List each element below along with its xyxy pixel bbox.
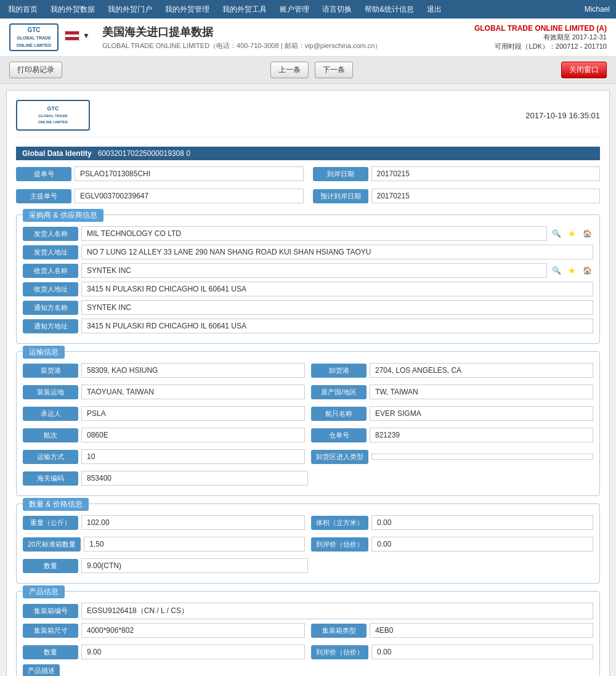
transport-method-row: 运输方式 10 <box>23 449 305 464</box>
weight-label: 重量（公斤） <box>23 516 78 530</box>
nav-trade-data[interactable]: 我的外贸数据 <box>49 1 97 18</box>
container-type-value: 4EB0 <box>370 623 593 638</box>
close-button-top[interactable]: 关闭窗口 <box>561 62 607 78</box>
product-title: 产品信息 <box>23 585 65 598</box>
search-icon-consignee[interactable]: 🔍 <box>550 264 562 277</box>
nav-trade-portal[interactable]: 我的外贸门户 <box>106 1 154 18</box>
voyage-label: 航次 <box>23 428 78 442</box>
load-port-label: 装货港 <box>23 364 78 378</box>
flag-dropdown-arrow[interactable]: ▼ <box>83 31 90 40</box>
customs-code-value: 853400 <box>81 471 308 486</box>
doc-logo: GTCGLOBAL TRADEONLINE LIMITED <box>16 100 90 131</box>
product-arrival-price-label: 到岸价（估价） <box>311 645 368 659</box>
est-arrival-row: 预计到岸日期 20170215 <box>313 189 601 203</box>
shipper-name-label: 发货人名称 <box>23 227 78 241</box>
product-tag: 产品信息 <box>23 585 65 598</box>
nav-language[interactable]: 语言切换 <box>320 1 354 18</box>
arrival-price-value: 0.00 <box>371 537 593 552</box>
main-content: GTCGLOBAL TRADEONLINE LIMITED 2017-10-19… <box>6 90 610 676</box>
arrival-price-label: 到岸价（估价） <box>311 537 368 552</box>
nav-trade-tools[interactable]: 我的外贸工具 <box>221 1 269 18</box>
nav-help[interactable]: 帮助&统计信息 <box>363 1 416 18</box>
bill-no-value: PSLAO17013085CHI <box>75 166 304 181</box>
buyer-supplier-tag: 采购商 & 供应商信息 <box>23 209 103 222</box>
notify-addr-row: 通知方地址 3415 N PULASKI RD CHICAGHO IL 6064… <box>23 319 593 333</box>
order-no-value: 821239 <box>370 428 593 442</box>
page-title: 美国海关进口提单数据 <box>102 25 462 39</box>
nav-home[interactable]: 我的首页 <box>6 1 39 18</box>
us-flag <box>65 31 79 41</box>
vessel-value: EVER SIGMA <box>370 406 593 421</box>
time-info: 可用时段（LDK）：200712 - 201710 <box>474 42 607 51</box>
std20-row: 20尺标准箱数量 1.50 <box>23 537 305 552</box>
flag-selector[interactable]: ▼ <box>65 31 90 41</box>
unload-port-row: 卸货港 2704, LOS ANGELES, CA <box>311 363 593 378</box>
product-arrival-price-row: 到岸价（估价） 0.00 <box>311 645 593 659</box>
container-size-row: 集装箱尺寸 4000*906*802 <box>23 623 305 638</box>
top-nav-items: 我的首页 我的外贸数据 我的外贸门户 我的外贸管理 我的外贸工具 账户管理 语言… <box>6 1 444 18</box>
est-arrival-value: 20170215 <box>371 189 601 203</box>
container-no-label: 集装箱编号 <box>23 604 78 618</box>
consignee-addr-row: 收货人地址 3415 N PULASKI RD CHICAGHO IL 6064… <box>23 282 593 296</box>
nav-trade-mgmt[interactable]: 我的外贸管理 <box>163 1 211 18</box>
doc-logo-text: GTCGLOBAL TRADEONLINE LIMITED <box>38 105 68 125</box>
carrier-label: 承运人 <box>23 407 78 421</box>
header-right: GLOBAL TRADE ONLINE LIMITED (A) 有效期至 201… <box>474 24 607 51</box>
container-type-label: 集装箱类型 <box>311 624 367 638</box>
nav-logout[interactable]: 退出 <box>425 1 444 18</box>
consignee-name-label: 收货人名称 <box>23 264 78 278</box>
search-icon-shipper[interactable]: 🔍 <box>550 227 562 240</box>
pack-place-row: 装装运地 TAOYUAN, TAIWAN <box>23 385 305 399</box>
vessel-row: 船只名称 EVER SIGMA <box>311 406 593 421</box>
shipper-addr-row: 发货人地址 NO 7 LUNG 12 ALLEY 33 LANE 290 NAN… <box>23 245 593 259</box>
weight-row: 重量（公斤） 102.00 <box>23 515 305 530</box>
carrier-value: PSLA <box>81 406 305 421</box>
product-desc-label: 产品描述 <box>23 664 60 676</box>
product-quantity-row: 数量 9.00 <box>23 645 305 659</box>
arrival-date-row: 到岸日期 20170215 <box>313 166 601 181</box>
shipper-addr-value: NO 7 LUNG 12 ALLEY 33 LANE 290 NAN SHANG… <box>81 245 593 259</box>
origin-value: TW, TAIWAN <box>370 385 593 399</box>
transport-section: 运输信息 装货港 58309, KAO HSIUNG 卸货港 2704, LOS… <box>16 351 600 496</box>
print-button-top[interactable]: 打印易记录 <box>9 62 62 78</box>
nav-account[interactable]: 账户管理 <box>278 1 311 18</box>
quantity-label: 数量 <box>23 559 78 573</box>
weight-value: 102.00 <box>81 515 305 530</box>
doc-date: 2017-10-19 16:35:01 <box>525 111 600 120</box>
std20-label: 20尺标准箱数量 <box>23 537 81 552</box>
buyer-supplier-title: 采购商 & 供应商信息 <box>23 209 103 222</box>
star-icon-shipper[interactable]: ★ <box>565 227 578 240</box>
logo-section: GTCGLOBAL TRADEONLINE LIMITED <box>9 23 59 51</box>
main-bill-row: 主提单号 EGLV003700239647 <box>16 189 304 203</box>
discharge-type-value <box>371 454 593 460</box>
notify-name-row: 通知方名称 SYNTEK INC <box>23 300 593 315</box>
prev-button-top[interactable]: 上一条 <box>270 62 309 78</box>
transport-method-label: 运输方式 <box>23 450 78 464</box>
home-icon-consignee[interactable]: 🏠 <box>581 264 593 277</box>
expiry-info: 有效期至 2017-12-31 <box>474 33 607 42</box>
vessel-label: 船只名称 <box>311 407 367 421</box>
voyage-value: 0860E <box>81 428 305 442</box>
user-info: Michael <box>585 5 610 14</box>
arrival-date-label: 到岸日期 <box>313 167 368 181</box>
load-port-value: 58309, KAO HSIUNG <box>81 363 305 378</box>
est-arrival-label: 预计到岸日期 <box>313 189 368 203</box>
product-quantity-label: 数量 <box>23 645 78 659</box>
star-icon-consignee[interactable]: ★ <box>565 264 578 277</box>
product-arrival-price-value: 0.00 <box>371 645 593 659</box>
shipper-name-value: MIL TECHNOLOGY CO LTD <box>81 226 547 241</box>
quantity-value: 9.00(CTN) <box>81 558 308 573</box>
company-name: GLOBAL TRADE ONLINE LIMITED (A) <box>474 24 607 33</box>
consignee-addr-label: 收货人地址 <box>23 282 78 296</box>
page-header: GTCGLOBAL TRADEONLINE LIMITED ▼ 美国海关进口提单… <box>0 18 616 57</box>
volume-row: 体积（立方米） 0.00 <box>311 515 593 530</box>
nav-buttons-top: 上一条 下一条 <box>270 62 353 78</box>
home-icon-shipper[interactable]: 🏠 <box>581 227 593 240</box>
next-button-top[interactable]: 下一条 <box>315 62 353 78</box>
top-toolbar: 打印易记录 上一条 下一条 关闭窗口 <box>0 57 616 84</box>
gdi-label: Global Data Identity <box>22 149 92 158</box>
arrival-date-value: 20170215 <box>371 166 601 181</box>
arrival-price-row: 到岸价（估价） 0.00 <box>311 537 593 552</box>
notify-addr-label: 通知方地址 <box>23 319 78 333</box>
transport-tag: 运输信息 <box>23 346 65 359</box>
